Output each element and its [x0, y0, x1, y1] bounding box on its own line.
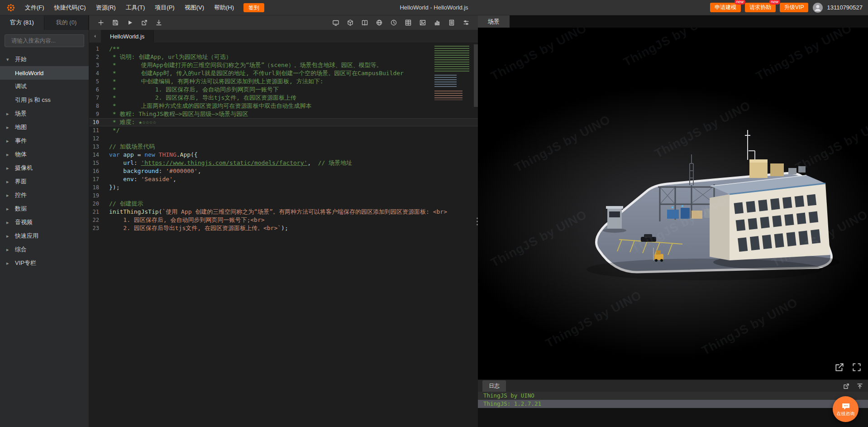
code-line-22[interactable]: 22 1. 园区保存后, 会自动同步到网页同一账号下;<br> [89, 216, 478, 224]
code-line-9[interactable]: 9 * 教程: ThingJS教程—>园区与层级—>场景与园区 [89, 110, 478, 118]
log-tab[interactable]: 日志 [482, 380, 506, 392]
line-number: 6 [89, 86, 109, 94]
menu-item-1[interactable]: 快捷代码(C) [49, 0, 91, 15]
download-button[interactable] [152, 15, 166, 30]
tree-section-5[interactable]: ▸摄像机 [0, 161, 89, 175]
menu-item-3[interactable]: 工具(T) [121, 0, 150, 15]
topbar-action-1[interactable]: 请求协助new [745, 3, 776, 12]
menu-item-6[interactable]: 帮助(H) [209, 0, 239, 15]
signin-button[interactable]: 签到 [243, 3, 264, 12]
cube-icon[interactable] [343, 15, 358, 30]
tree-item-0-0[interactable]: HelloWorld [0, 66, 89, 80]
panel-resize-handle[interactable] [477, 217, 478, 225]
history-icon[interactable] [386, 15, 401, 30]
editor-toolbar [89, 15, 478, 30]
tree-section-0[interactable]: ▾开始 [0, 53, 89, 66]
tree-section-9[interactable]: ▸音视频 [0, 216, 89, 229]
minimap[interactable] [434, 46, 472, 105]
code-line-5[interactable]: 5 * 中创建编辑, 有两种方法可以将园区添加到线上资源面板, 方法如下: [89, 77, 478, 86]
popout-icon[interactable] [835, 362, 844, 372]
code-line-17[interactable]: 17 env: 'Seaside', [89, 175, 478, 183]
sidebar-tab-mine[interactable]: 我的 (0) [44, 15, 89, 30]
chart-icon[interactable] [430, 15, 444, 30]
share-button[interactable] [137, 15, 152, 30]
editor-tab-helloworld[interactable]: HelloWorld.js [101, 30, 154, 43]
line-number: 21 [89, 208, 109, 216]
globe-icon[interactable] [372, 15, 386, 30]
caret-right-icon: ▸ [6, 138, 12, 144]
chat-button[interactable]: 在线咨询 [833, 396, 858, 422]
code-line-20[interactable]: 20// 创建提示 [89, 200, 478, 208]
code-line-15[interactable]: 15 url: 'https://www.thingjs.com/static/… [89, 159, 478, 167]
search-box [5, 34, 84, 47]
tree-section-2[interactable]: ▸地图 [0, 120, 89, 134]
topbar-action-2[interactable]: 升级VIP [780, 3, 808, 12]
image-icon[interactable] [415, 15, 430, 30]
code-line-4[interactable]: 4 * 创建App时, 传入的url就是园区的地址, 不传url则创建一个空的场… [89, 69, 478, 77]
code-line-1[interactable]: 1/** [89, 45, 478, 53]
code-line-16[interactable]: 16 background: '#000000', [89, 167, 478, 175]
log-export-icon[interactable] [856, 383, 863, 390]
tree-section-3[interactable]: ▸事件 [0, 134, 89, 148]
code-line-12[interactable]: 12 [89, 134, 478, 143]
tree-section-4[interactable]: ▸物体 [0, 148, 89, 161]
tree-section-label: 控件 [15, 191, 27, 199]
menu-item-5[interactable]: 视图(V) [180, 0, 209, 15]
line-number: 5 [89, 77, 109, 86]
tree-item-0-2[interactable]: 引用 js 和 css [0, 93, 89, 107]
search-input[interactable] [11, 38, 84, 44]
code-line-3[interactable]: 3 * 使用App创建打开的三维空间我们称之为“场景”（scene）。场景包含地… [89, 61, 478, 69]
tree-section-7[interactable]: ▸控件 [0, 188, 89, 202]
tree-section-1[interactable]: ▸场景 [0, 107, 89, 120]
avatar[interactable] [813, 3, 823, 13]
line-number: 13 [89, 143, 109, 151]
log-popout-icon[interactable] [843, 383, 850, 390]
editor-scrollbar[interactable] [474, 44, 478, 107]
menu-item-4[interactable]: 项目(P) [150, 0, 179, 15]
save-button[interactable] [108, 15, 123, 30]
menu-item-2[interactable]: 资源(R) [91, 0, 121, 15]
tree-item-0-1[interactable]: 调试 [0, 80, 89, 93]
display-icon[interactable] [329, 15, 343, 30]
tree-section-11[interactable]: ▸综合 [0, 243, 89, 256]
code-line-10[interactable]: 10 * 难度: ★☆☆☆☆ [89, 118, 478, 126]
code-line-21[interactable]: 21initThingJsTip(`使用 App 创建的三维空间称之为“场景”。… [89, 208, 478, 216]
code-line-8[interactable]: 8 * 上面两种方式生成的园区资源均可在资源面板中双击自动生成脚本 [89, 102, 478, 110]
code-line-14[interactable]: 14var app = new THING.App({ [89, 151, 478, 159]
line-number: 2 [89, 53, 109, 61]
code-line-7[interactable]: 7 * 2. 园区保存后, 导出tjs文件, 在园区资源面板上传 [89, 94, 478, 102]
stage-tab-scene[interactable]: 场景 [478, 15, 510, 28]
code-line-13[interactable]: 13// 加载场景代码 [89, 143, 478, 151]
factory-scene [478, 28, 868, 379]
book-icon[interactable] [358, 15, 372, 30]
new-badge: new [769, 0, 781, 5]
caret-right-icon: ▸ [6, 206, 12, 212]
code-line-6[interactable]: 6 * 1. 园区保存后, 会自动同步到网页同一账号下 [89, 86, 478, 94]
code-line-18[interactable]: 18}); [89, 183, 478, 192]
menu-item-0[interactable]: 文件(F) [20, 0, 49, 15]
topbar-action-0[interactable]: 申请建模new [710, 3, 741, 12]
code-line-2[interactable]: 2 * 说明: 创建App, url为园区地址（可选） [89, 53, 478, 61]
table-icon[interactable] [401, 15, 415, 30]
run-button[interactable] [123, 15, 137, 30]
line-number: 15 [89, 159, 109, 167]
tree-section-8[interactable]: ▸数据 [0, 202, 89, 216]
file-icon[interactable] [444, 15, 459, 30]
sliders-icon[interactable] [459, 15, 473, 30]
new-file-button[interactable] [94, 15, 108, 30]
user-phone[interactable]: 13110790527 [827, 4, 863, 11]
tree-section-10[interactable]: ▸快速应用 [0, 229, 89, 243]
line-text: }); [109, 183, 478, 192]
tree-item-label: HelloWorld [15, 70, 43, 77]
code-line-11[interactable]: 11 */ [89, 126, 478, 134]
tree-item-label: 调试 [15, 82, 27, 91]
line-number: 3 [89, 61, 109, 69]
tree-section-12[interactable]: ▸VIP专栏 [0, 256, 89, 270]
code-line-19[interactable]: 19 [89, 192, 478, 200]
tab-scroll-left-button[interactable] [89, 30, 101, 43]
fullscreen-icon[interactable] [852, 362, 862, 372]
code-line-23[interactable]: 23 2. 园区保存后导出tjs文件, 在园区资源面板上传。<br>`); [89, 224, 478, 232]
tree-section-6[interactable]: ▸界面 [0, 175, 89, 188]
viewport-3d[interactable]: ThingJS by UINOThingJS by UINOThingJS by… [478, 28, 868, 379]
sidebar-tab-official[interactable]: 官方 (81) [0, 15, 44, 30]
